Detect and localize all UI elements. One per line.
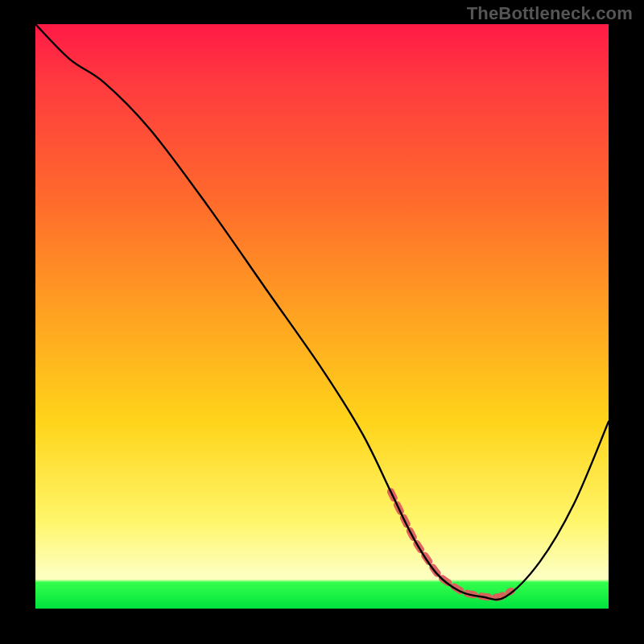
- chart-frame: TheBottleneck.com: [0, 0, 644, 644]
- curve-layer: [35, 24, 609, 609]
- bottleneck-curve: [35, 24, 609, 600]
- plot-area: [35, 24, 609, 609]
- watermark-label: TheBottleneck.com: [467, 3, 633, 24]
- valley-highlight: [390, 492, 511, 597]
